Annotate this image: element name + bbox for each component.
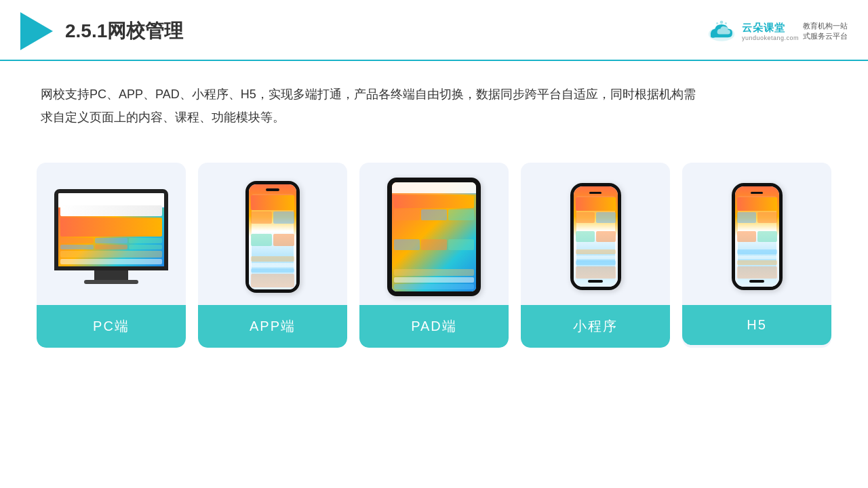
phone-miniprogram-icon [570, 183, 621, 290]
svg-point-2 [716, 22, 718, 24]
card-h5-label: H5 [682, 305, 831, 345]
cards-section: PC端 [0, 142, 868, 348]
card-app: APP端 [198, 163, 347, 348]
card-miniprogram: 小程序 [521, 163, 670, 348]
logo-text-block: 云朵课堂 yunduoketang.com [742, 22, 799, 41]
pc-monitor-icon [54, 189, 168, 284]
card-h5-image [682, 163, 831, 305]
card-pad: PAD端 [359, 163, 509, 348]
description: 网校支持PC、APP、PAD、小程序、H5，实现多端打通，产品各终端自由切换，数… [0, 61, 746, 136]
page-title: 2.5.1网校管理 [65, 18, 183, 44]
header: 2.5.1网校管理 云朵课堂 yunduoketang.com 教育机构一站式服… [0, 0, 868, 61]
phone-app-icon [245, 181, 300, 293]
logo-slogan: 教育机构一站式服务云平台 [803, 21, 848, 42]
card-pad-image [359, 163, 509, 305]
header-left: 2.5.1网校管理 [20, 12, 183, 50]
logo-url: yunduoketang.com [742, 35, 799, 41]
phone-h5-icon [732, 183, 783, 290]
cloud-icon [705, 19, 738, 43]
pad-device-icon [387, 178, 481, 296]
card-miniprogram-image [521, 163, 670, 305]
description-text: 网校支持PC、APP、PAD、小程序、H5，实现多端打通，产品各终端自由切换，数… [41, 83, 705, 129]
card-h5: H5 [682, 163, 831, 348]
card-pad-label: PAD端 [359, 305, 509, 348]
card-pc-label: PC端 [37, 305, 186, 348]
card-miniprogram-label: 小程序 [521, 305, 670, 348]
cloud-logo: 云朵课堂 yunduoketang.com 教育机构一站式服务云平台 [705, 19, 848, 43]
card-app-image [198, 163, 347, 305]
card-pc-image [37, 163, 186, 305]
card-pc: PC端 [37, 163, 186, 348]
brand-triangle-icon [20, 12, 53, 50]
header-right: 云朵课堂 yunduoketang.com 教育机构一站式服务云平台 [705, 19, 848, 43]
svg-point-1 [720, 20, 724, 24]
svg-point-3 [725, 22, 727, 24]
logo-name: 云朵课堂 [742, 22, 785, 35]
card-app-label: APP端 [198, 305, 347, 348]
